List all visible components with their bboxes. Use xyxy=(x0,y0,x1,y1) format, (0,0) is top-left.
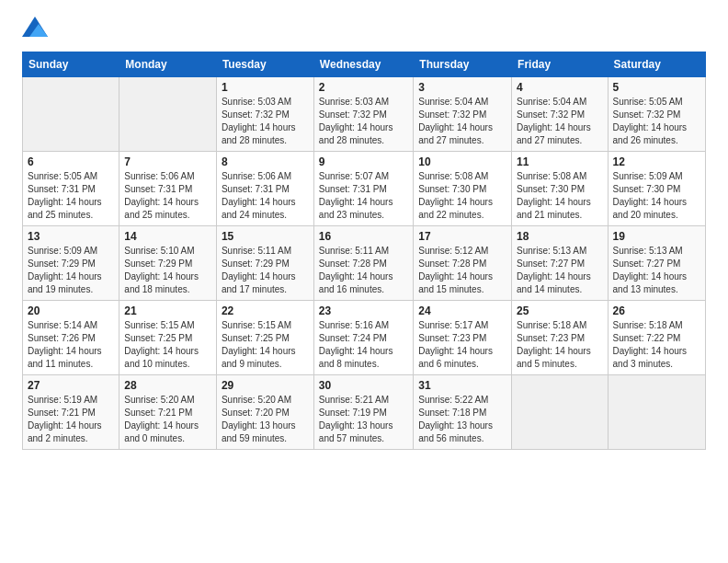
header-day-sunday: Sunday xyxy=(23,52,119,77)
day-info: Sunrise: 5:08 AM Sunset: 7:30 PM Dayligh… xyxy=(418,170,506,222)
day-info: Sunrise: 5:20 AM Sunset: 7:20 PM Dayligh… xyxy=(222,394,309,445)
day-number: 30 xyxy=(319,379,408,392)
day-info: Sunrise: 5:06 AM Sunset: 7:31 PM Dayligh… xyxy=(222,170,309,222)
day-cell: 13Sunrise: 5:09 AM Sunset: 7:29 PM Dayli… xyxy=(23,226,119,301)
week-row-3: 13Sunrise: 5:09 AM Sunset: 7:29 PM Dayli… xyxy=(23,226,706,301)
day-info: Sunrise: 5:08 AM Sunset: 7:30 PM Dayligh… xyxy=(517,170,602,222)
day-info: Sunrise: 5:19 AM Sunset: 7:21 PM Dayligh… xyxy=(28,394,114,445)
day-info: Sunrise: 5:15 AM Sunset: 7:25 PM Dayligh… xyxy=(222,319,309,371)
day-info: Sunrise: 5:03 AM Sunset: 7:32 PM Dayligh… xyxy=(319,96,408,147)
day-number: 6 xyxy=(28,155,114,168)
day-cell: 28Sunrise: 5:20 AM Sunset: 7:21 PM Dayli… xyxy=(119,375,217,450)
day-info: Sunrise: 5:12 AM Sunset: 7:28 PM Dayligh… xyxy=(418,245,506,296)
calendar-page: SundayMondayTuesdayWednesdayThursdayFrid… xyxy=(0,0,728,563)
day-info: Sunrise: 5:09 AM Sunset: 7:30 PM Dayligh… xyxy=(613,170,700,222)
day-cell: 11Sunrise: 5:08 AM Sunset: 7:30 PM Dayli… xyxy=(512,152,608,226)
day-info: Sunrise: 5:05 AM Sunset: 7:32 PM Dayligh… xyxy=(613,96,700,147)
day-info: Sunrise: 5:10 AM Sunset: 7:29 PM Dayligh… xyxy=(124,245,211,296)
header xyxy=(22,18,706,39)
day-cell: 10Sunrise: 5:08 AM Sunset: 7:30 PM Dayli… xyxy=(414,152,512,226)
day-number: 25 xyxy=(517,304,602,317)
day-number: 28 xyxy=(124,379,211,392)
day-info: Sunrise: 5:14 AM Sunset: 7:26 PM Dayligh… xyxy=(28,319,114,371)
day-cell xyxy=(119,77,217,152)
day-cell: 6Sunrise: 5:05 AM Sunset: 7:31 PM Daylig… xyxy=(23,152,119,226)
day-cell: 7Sunrise: 5:06 AM Sunset: 7:31 PM Daylig… xyxy=(119,152,217,226)
day-cell: 8Sunrise: 5:06 AM Sunset: 7:31 PM Daylig… xyxy=(216,152,313,226)
day-number: 1 xyxy=(222,81,309,94)
day-info: Sunrise: 5:18 AM Sunset: 7:23 PM Dayligh… xyxy=(517,319,602,371)
day-cell: 19Sunrise: 5:13 AM Sunset: 7:27 PM Dayli… xyxy=(608,226,705,301)
day-cell: 17Sunrise: 5:12 AM Sunset: 7:28 PM Dayli… xyxy=(414,226,512,301)
day-cell: 14Sunrise: 5:10 AM Sunset: 7:29 PM Dayli… xyxy=(119,226,217,301)
day-number: 4 xyxy=(517,81,602,94)
day-number: 20 xyxy=(28,304,114,317)
day-number: 5 xyxy=(613,81,700,94)
day-info: Sunrise: 5:13 AM Sunset: 7:27 PM Dayligh… xyxy=(613,245,700,296)
day-info: Sunrise: 5:17 AM Sunset: 7:23 PM Dayligh… xyxy=(418,319,506,371)
day-number: 10 xyxy=(418,155,506,168)
header-day-monday: Monday xyxy=(119,52,217,77)
day-number: 27 xyxy=(28,379,114,392)
day-cell: 18Sunrise: 5:13 AM Sunset: 7:27 PM Dayli… xyxy=(512,226,608,301)
day-info: Sunrise: 5:13 AM Sunset: 7:27 PM Dayligh… xyxy=(517,245,602,296)
day-number: 23 xyxy=(319,304,408,317)
day-number: 29 xyxy=(222,379,309,392)
day-info: Sunrise: 5:07 AM Sunset: 7:31 PM Dayligh… xyxy=(319,170,408,222)
logo xyxy=(22,18,51,39)
day-number: 15 xyxy=(222,230,309,243)
day-cell: 27Sunrise: 5:19 AM Sunset: 7:21 PM Dayli… xyxy=(23,375,119,450)
day-info: Sunrise: 5:03 AM Sunset: 7:32 PM Dayligh… xyxy=(222,96,309,147)
day-cell xyxy=(512,375,608,450)
day-number: 11 xyxy=(517,155,602,168)
day-number: 7 xyxy=(124,155,211,168)
day-cell: 5Sunrise: 5:05 AM Sunset: 7:32 PM Daylig… xyxy=(608,77,705,152)
day-cell: 3Sunrise: 5:04 AM Sunset: 7:32 PM Daylig… xyxy=(414,77,512,152)
day-info: Sunrise: 5:05 AM Sunset: 7:31 PM Dayligh… xyxy=(28,170,114,222)
day-cell: 22Sunrise: 5:15 AM Sunset: 7:25 PM Dayli… xyxy=(216,301,313,375)
day-info: Sunrise: 5:18 AM Sunset: 7:22 PM Dayligh… xyxy=(613,319,700,371)
week-row-5: 27Sunrise: 5:19 AM Sunset: 7:21 PM Dayli… xyxy=(23,375,706,450)
day-number: 26 xyxy=(613,304,700,317)
day-number: 14 xyxy=(124,230,211,243)
day-cell: 16Sunrise: 5:11 AM Sunset: 7:28 PM Dayli… xyxy=(313,226,413,301)
day-cell: 26Sunrise: 5:18 AM Sunset: 7:22 PM Dayli… xyxy=(608,301,705,375)
day-cell: 4Sunrise: 5:04 AM Sunset: 7:32 PM Daylig… xyxy=(512,77,608,152)
day-number: 31 xyxy=(418,379,506,392)
day-number: 8 xyxy=(222,155,309,168)
calendar-header: SundayMondayTuesdayWednesdayThursdayFrid… xyxy=(23,52,706,77)
calendar-table: SundayMondayTuesdayWednesdayThursdayFrid… xyxy=(22,52,706,450)
day-info: Sunrise: 5:04 AM Sunset: 7:32 PM Dayligh… xyxy=(418,96,506,147)
day-cell xyxy=(23,77,119,152)
day-number: 21 xyxy=(124,304,211,317)
day-cell: 15Sunrise: 5:11 AM Sunset: 7:29 PM Dayli… xyxy=(216,226,313,301)
header-day-thursday: Thursday xyxy=(414,52,512,77)
day-cell: 24Sunrise: 5:17 AM Sunset: 7:23 PM Dayli… xyxy=(414,301,512,375)
day-cell: 1Sunrise: 5:03 AM Sunset: 7:32 PM Daylig… xyxy=(216,77,313,152)
day-number: 22 xyxy=(222,304,309,317)
week-row-1: 1Sunrise: 5:03 AM Sunset: 7:32 PM Daylig… xyxy=(23,77,706,152)
day-number: 9 xyxy=(319,155,408,168)
day-info: Sunrise: 5:22 AM Sunset: 7:18 PM Dayligh… xyxy=(418,394,506,445)
day-info: Sunrise: 5:20 AM Sunset: 7:21 PM Dayligh… xyxy=(124,394,211,445)
day-number: 16 xyxy=(319,230,408,243)
calendar-body: 1Sunrise: 5:03 AM Sunset: 7:32 PM Daylig… xyxy=(23,77,706,450)
day-info: Sunrise: 5:16 AM Sunset: 7:24 PM Dayligh… xyxy=(319,319,408,371)
day-info: Sunrise: 5:09 AM Sunset: 7:29 PM Dayligh… xyxy=(28,245,114,296)
day-cell: 29Sunrise: 5:20 AM Sunset: 7:20 PM Dayli… xyxy=(216,375,313,450)
day-cell: 9Sunrise: 5:07 AM Sunset: 7:31 PM Daylig… xyxy=(313,152,413,226)
week-row-4: 20Sunrise: 5:14 AM Sunset: 7:26 PM Dayli… xyxy=(23,301,706,375)
day-number: 17 xyxy=(418,230,506,243)
day-cell: 12Sunrise: 5:09 AM Sunset: 7:30 PM Dayli… xyxy=(608,152,705,226)
week-row-2: 6Sunrise: 5:05 AM Sunset: 7:31 PM Daylig… xyxy=(23,152,706,226)
day-cell xyxy=(608,375,705,450)
header-day-saturday: Saturday xyxy=(608,52,705,77)
day-info: Sunrise: 5:11 AM Sunset: 7:28 PM Dayligh… xyxy=(319,245,408,296)
day-number: 3 xyxy=(418,81,506,94)
day-cell: 20Sunrise: 5:14 AM Sunset: 7:26 PM Dayli… xyxy=(23,301,119,375)
day-number: 19 xyxy=(613,230,700,243)
header-day-wednesday: Wednesday xyxy=(313,52,413,77)
day-info: Sunrise: 5:11 AM Sunset: 7:29 PM Dayligh… xyxy=(222,245,309,296)
day-number: 13 xyxy=(28,230,114,243)
day-cell: 2Sunrise: 5:03 AM Sunset: 7:32 PM Daylig… xyxy=(313,77,413,152)
